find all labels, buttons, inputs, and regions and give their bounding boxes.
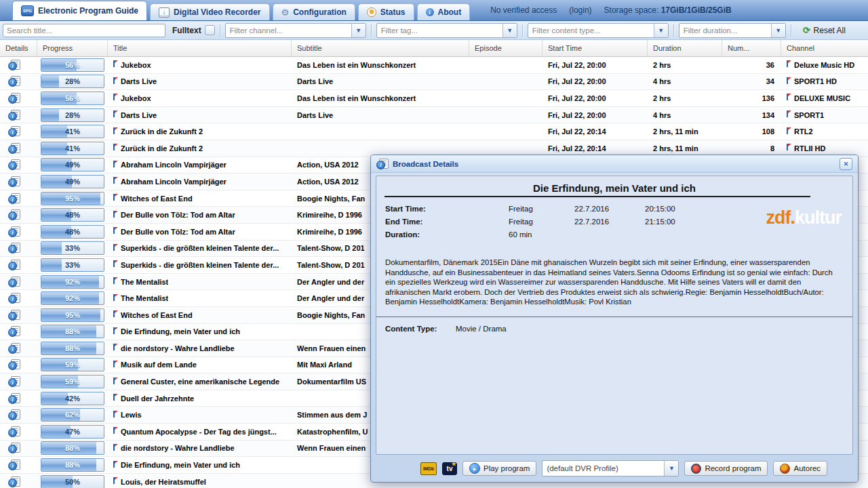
program-title-text: Jukebox <box>121 94 151 102</box>
details-icon[interactable]: i <box>8 476 20 487</box>
dvr-profile-select[interactable]: (default DVR Profile) ▼ <box>542 460 679 476</box>
column-header-num[interactable]: Num... <box>722 40 781 56</box>
progress-value: 56% <box>41 92 104 104</box>
details-icon[interactable]: i <box>8 293 20 304</box>
details-icon[interactable]: i <box>8 277 20 287</box>
program-title-text: Abraham Lincoln Vampirjäger <box>121 178 226 186</box>
details-icon[interactable]: i <box>8 93 20 104</box>
logo-zdf-part: zdf. <box>766 207 795 228</box>
details-icon[interactable]: i <box>8 426 20 437</box>
details-icon[interactable]: i <box>8 359 20 370</box>
column-header-subtitle[interactable]: Subtitle <box>292 40 469 56</box>
column-header-title[interactable]: Title <box>108 40 292 56</box>
flag-icon <box>113 244 119 251</box>
column-header-episode[interactable]: Episode <box>469 40 542 56</box>
tab-configuration[interactable]: ⚙ Configuration <box>273 3 355 20</box>
filter-channel-select[interactable]: Filter channel... ▼ <box>225 23 366 38</box>
progress-bar: 41% <box>41 125 104 138</box>
details-cell: i <box>0 241 37 257</box>
progress-bar: 88% <box>41 441 104 455</box>
start-time-cell: Fri, Jul 22, 20:00 <box>542 74 648 90</box>
reset-all-button[interactable]: ⟳ Reset All <box>803 25 846 35</box>
flag-icon <box>787 77 792 84</box>
record-program-button[interactable]: Record program <box>684 461 768 476</box>
details-icon[interactable]: i <box>8 409 20 420</box>
table-row[interactable]: i41%Zurück in die Zukunft 2Fri, Jul 22, … <box>0 123 868 140</box>
fulltext-option: Fulltext <box>172 25 215 35</box>
autorec-button[interactable]: Autorec <box>773 461 827 476</box>
program-title-text: Louis, der Heiratsmuffel <box>121 478 206 486</box>
start-time-date: 22.7.2016 <box>574 203 645 216</box>
login-link[interactable]: (login) <box>569 5 591 15</box>
details-icon[interactable]: i <box>8 243 20 253</box>
column-header-details[interactable]: Details <box>0 40 37 56</box>
filter-content-type-select[interactable]: Filter content type... ▼ <box>528 23 669 38</box>
details-icon[interactable]: i <box>8 159 20 170</box>
progress-value: 92% <box>41 292 104 304</box>
table-row[interactable]: i56%JukeboxDas Leben ist ein Wunschkonze… <box>0 90 868 107</box>
program-title-text: Duell der Jahrzehnte <box>121 394 194 403</box>
tab-electronic-program-guide[interactable]: EPG Electronic Program Guide <box>12 1 147 20</box>
filter-tag-select[interactable]: Filter tag... ▼ <box>376 23 517 38</box>
details-icon[interactable]: i <box>8 209 20 220</box>
details-icon[interactable]: i <box>8 143 20 154</box>
tab-label: Status <box>380 7 406 17</box>
details-icon[interactable]: i <box>8 193 20 204</box>
details-icon[interactable]: i <box>8 126 20 137</box>
chevron-down-icon[interactable]: ▼ <box>654 24 668 37</box>
progress-value: 33% <box>41 242 104 254</box>
end-time-day: Freitag <box>509 216 574 228</box>
details-icon[interactable]: i <box>8 226 20 237</box>
start-time-time: 20:15:00 <box>645 203 675 216</box>
progress-cell: 41% <box>37 123 108 140</box>
details-icon[interactable]: i <box>8 376 20 387</box>
details-icon[interactable]: i <box>8 443 20 453</box>
tab-about[interactable]: i About <box>417 3 471 20</box>
details-icon[interactable]: i <box>8 343 20 354</box>
details-icon[interactable]: i <box>8 60 20 70</box>
column-header-channel[interactable]: Channel <box>781 40 868 56</box>
progress-cell: 47% <box>37 424 108 440</box>
dvr-icon: ↓ <box>159 7 170 18</box>
details-icon[interactable]: i <box>8 393 20 404</box>
chevron-down-icon[interactable]: ▼ <box>502 24 517 37</box>
search-title-input[interactable] <box>3 24 165 37</box>
column-header-progress[interactable]: Progress <box>37 40 108 56</box>
details-icon[interactable]: i <box>8 260 20 270</box>
filter-duration-select[interactable]: Filter duration... ▼ <box>679 23 786 38</box>
close-icon[interactable]: ✕ <box>840 158 852 170</box>
details-icon[interactable]: i <box>8 110 20 121</box>
chevron-down-icon[interactable]: ▼ <box>351 24 366 37</box>
details-icon[interactable]: i <box>8 176 20 187</box>
column-header-duration[interactable]: Duration <box>648 40 722 56</box>
tab-digital-video-recorder[interactable]: ↓ Digital Video Recorder <box>150 3 269 20</box>
details-cell: i <box>0 90 37 106</box>
chevron-down-icon[interactable]: ▼ <box>771 24 785 37</box>
fulltext-checkbox[interactable] <box>205 25 215 35</box>
progress-value: 41% <box>41 125 104 138</box>
program-title-text: Darts Live <box>121 77 157 85</box>
dialog-title-bar[interactable]: i Broadcast Details ✕ <box>371 155 858 173</box>
column-header-start-time[interactable]: Start Time <box>542 40 648 56</box>
broadcast-details-dialog: i Broadcast Details ✕ Die Erfindung, mei… <box>370 155 859 483</box>
play-program-button[interactable]: ▶ Play program <box>462 461 536 476</box>
imdb-icon[interactable]: IMDb <box>420 462 437 475</box>
chevron-down-icon[interactable]: ▼ <box>664 461 678 476</box>
table-row[interactable]: i56%JukeboxDas Leben ist ein Wunschkonze… <box>0 57 868 74</box>
channel-name-text: DELUXE MUSIC <box>794 94 850 102</box>
details-cell: i <box>0 424 37 440</box>
details-icon[interactable]: i <box>8 326 20 337</box>
details-icon[interactable]: i <box>8 460 20 470</box>
table-row[interactable]: i28%Darts LiveDarts LiveFri, Jul 22, 20:… <box>0 74 868 91</box>
tab-status[interactable]: Status <box>358 3 414 20</box>
divider <box>791 24 791 37</box>
dialog-footer: IMDb tv ★ ▶ Play program (default DVR Pr… <box>376 459 853 478</box>
details-cell: i <box>0 340 37 357</box>
table-row[interactable]: i28%Darts LiveDarts LiveFri, Jul 22, 20:… <box>0 107 868 124</box>
tvdb-icon[interactable]: tv ★ <box>442 462 457 475</box>
details-icon[interactable]: i <box>8 76 20 87</box>
details-icon[interactable]: i <box>8 310 20 321</box>
title-cell: Darts Live <box>108 107 292 123</box>
tab-label: Electronic Program Guide <box>38 6 138 16</box>
content-type-row: Content Type: Movie / Drama <box>385 325 852 333</box>
